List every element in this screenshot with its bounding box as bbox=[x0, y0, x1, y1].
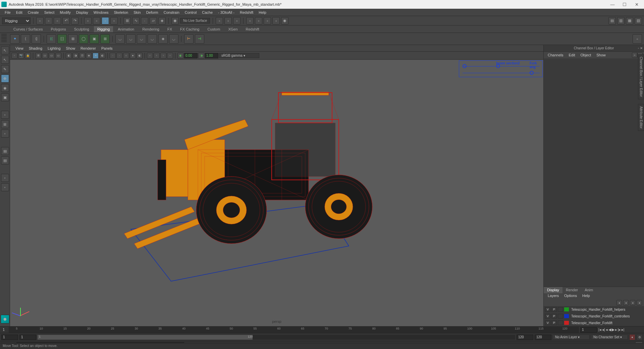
layout1-icon[interactable]: ▫ bbox=[255, 17, 262, 24]
render-frame-icon[interactable]: ▫ bbox=[233, 17, 240, 24]
menu-windows[interactable]: Windows bbox=[91, 9, 111, 15]
shelf-joint-icon[interactable]: ✦ bbox=[10, 34, 19, 44]
gamma-field[interactable] bbox=[205, 53, 218, 58]
pt-tex-icon[interactable]: ◈ bbox=[86, 53, 92, 59]
layer-new-icon[interactable]: ◂ bbox=[630, 300, 635, 305]
pt-sel-icon[interactable]: ▫ bbox=[11, 53, 17, 59]
shelf-bind4-icon[interactable]: ◡ bbox=[148, 34, 157, 44]
range-start-field[interactable] bbox=[1, 335, 18, 340]
layer-type-cell[interactable] bbox=[558, 307, 563, 312]
layer-type-cell[interactable] bbox=[558, 314, 563, 318]
shelf-tab-curvessurfaces[interactable]: Curves / Surfaces bbox=[10, 26, 46, 32]
pt-res-icon[interactable]: ▭ bbox=[55, 53, 61, 59]
hypershade-icon[interactable]: ◉ bbox=[281, 17, 288, 24]
shelf-constraint1-icon[interactable]: ⊢ bbox=[184, 34, 194, 44]
snap-grid-icon[interactable]: ⊞ bbox=[123, 17, 131, 24]
sidebar-toggle3-icon[interactable]: ▦ bbox=[626, 17, 633, 24]
pt-xray2-icon[interactable]: ● bbox=[130, 53, 136, 59]
layer-color-swatch[interactable] bbox=[564, 314, 569, 318]
render-globals-icon[interactable]: ▫ bbox=[246, 17, 254, 24]
pt-film-icon[interactable]: ▭ bbox=[42, 53, 48, 59]
goto-start-icon[interactable]: |◂ bbox=[598, 328, 601, 332]
shelf-tab-animation[interactable]: Animation bbox=[114, 26, 138, 32]
snap-point-icon[interactable]: · bbox=[141, 17, 148, 24]
layer-row[interactable]: VPTelescopic_Handler_Forklift_helpers bbox=[544, 306, 644, 313]
menu-display[interactable]: Display bbox=[73, 9, 91, 15]
new-scene-icon[interactable]: ▫ bbox=[36, 17, 44, 24]
paint-select-icon[interactable]: ✎ bbox=[1, 65, 9, 73]
pt-exposure-icon[interactable]: ◐ bbox=[177, 53, 183, 59]
pt-shade1-icon[interactable]: ◐ bbox=[66, 53, 72, 59]
shelf-tab-sculpting[interactable]: Sculpting bbox=[71, 26, 93, 32]
pt-shadow-icon[interactable]: ◐ bbox=[99, 53, 105, 59]
step-fwd-icon[interactable]: ▸ bbox=[615, 328, 617, 332]
shelf-cube-icon[interactable]: ▣ bbox=[90, 34, 99, 44]
sel-object-icon[interactable]: ▫ bbox=[93, 17, 100, 24]
layer-move2-icon[interactable]: ◂ bbox=[623, 300, 629, 305]
select-tool-icon[interactable]: ↖ bbox=[1, 46, 9, 54]
save-scene-icon[interactable]: ▫ bbox=[54, 17, 61, 24]
snap-curve-icon[interactable]: ∿ bbox=[132, 17, 140, 24]
pt-shade2-icon[interactable]: ◑ bbox=[72, 53, 78, 59]
prefs-icon[interactable]: ⚙ bbox=[637, 334, 643, 340]
layout-two-icon[interactable]: ▫ bbox=[1, 130, 9, 138]
pt-ms-icon[interactable]: ▫ bbox=[154, 53, 160, 59]
cbox-menu-object[interactable]: Object bbox=[578, 52, 594, 58]
shelf-bind6-icon[interactable]: ◡ bbox=[169, 34, 178, 44]
range-out-field[interactable] bbox=[517, 335, 533, 340]
live-surface-icon[interactable]: ◉ bbox=[171, 17, 179, 24]
layer-menu-options[interactable]: Options bbox=[561, 293, 580, 299]
scale-tool-icon[interactable]: ▣ bbox=[1, 93, 9, 101]
layout-four-icon[interactable]: ⊞ bbox=[1, 120, 9, 128]
shelf-tab-redshift[interactable]: Redshift bbox=[243, 26, 263, 32]
shelf-tab-rigging[interactable]: Rigging bbox=[94, 26, 113, 32]
shelf-chain-icon[interactable]: ⟨| bbox=[32, 34, 41, 44]
pt-gamma-icon[interactable]: ◑ bbox=[198, 53, 204, 59]
menu-help[interactable]: Help bbox=[256, 9, 269, 15]
cbox-menu-show[interactable]: Show bbox=[594, 52, 608, 58]
shelf-tab-custom[interactable]: Custom bbox=[204, 26, 224, 32]
shelf-ik-icon[interactable]: ⟨⟨ bbox=[47, 34, 56, 44]
range-in-field[interactable] bbox=[19, 335, 36, 340]
panel-menu-show[interactable]: Show bbox=[63, 46, 78, 51]
pt-xray-icon[interactable]: ○ bbox=[123, 53, 129, 59]
menu-select[interactable]: Select bbox=[42, 9, 57, 15]
menu-deform[interactable]: Deform bbox=[144, 9, 161, 15]
panel-close-icon[interactable]: ▫ ✕ bbox=[638, 46, 643, 50]
menu-edit[interactable]: Edit bbox=[13, 9, 25, 15]
panel-menu-panels[interactable]: Panels bbox=[99, 46, 115, 51]
layer-play-cell[interactable]: P bbox=[551, 320, 557, 325]
range-track[interactable]: 1120 bbox=[38, 335, 515, 340]
shelf-constraint2-icon[interactable]: ⊣ bbox=[195, 34, 204, 44]
minimize-button[interactable]: — bbox=[606, 1, 619, 8]
shelf-lattice-icon[interactable]: ⊞ bbox=[100, 34, 110, 44]
layer-tab-display[interactable]: Display bbox=[544, 287, 562, 293]
menu-redshift[interactable]: Redshift bbox=[237, 9, 256, 15]
graph-icon[interactable]: ▤ bbox=[1, 156, 9, 164]
outliner-icon[interactable]: ▤ bbox=[1, 147, 9, 155]
lasso-tool-icon[interactable]: ↖ bbox=[1, 56, 9, 64]
sel-mask-icon[interactable]: ▫ bbox=[110, 17, 118, 24]
colorspace-dropdown[interactable]: sRGB gamma ▾ bbox=[219, 53, 259, 58]
step-back-key-icon[interactable]: ◂| bbox=[602, 328, 605, 332]
pt-dof-icon[interactable]: ▫ bbox=[160, 53, 166, 59]
layer-menu-help[interactable]: Help bbox=[580, 293, 593, 299]
pt-wire-icon[interactable]: ⊡ bbox=[79, 53, 85, 59]
misc2-icon[interactable]: ▫ bbox=[1, 183, 9, 191]
shelf-max-icon[interactable]: ▫ bbox=[633, 34, 642, 44]
autokey-icon[interactable]: ● bbox=[629, 334, 635, 340]
misc1-icon[interactable]: ▫ bbox=[1, 174, 9, 182]
layer-row[interactable]: VPTelescopic_Handler_Forklift_controller… bbox=[544, 313, 644, 319]
layer-color-swatch[interactable] bbox=[564, 321, 569, 325]
pt-joints-icon[interactable]: · bbox=[116, 53, 122, 59]
panel-menu-lighting[interactable]: Lighting bbox=[45, 46, 63, 51]
sel-component-icon[interactable]: ▫ bbox=[102, 17, 109, 24]
step-fwd-key-icon[interactable]: |▸ bbox=[618, 328, 621, 332]
snap-plane-icon[interactable]: ▱ bbox=[150, 17, 157, 24]
shelf-bone-icon[interactable]: ⟨ bbox=[21, 34, 30, 44]
layer-row[interactable]: VPTelescopic_Handler_Forklift bbox=[544, 319, 644, 326]
layer-move1-icon[interactable]: ◂ bbox=[616, 300, 622, 305]
sidebar-toggle2-icon[interactable]: ▥ bbox=[617, 17, 625, 24]
layer-vis-cell[interactable]: V bbox=[545, 320, 550, 325]
open-scene-icon[interactable]: ▫ bbox=[45, 17, 52, 24]
